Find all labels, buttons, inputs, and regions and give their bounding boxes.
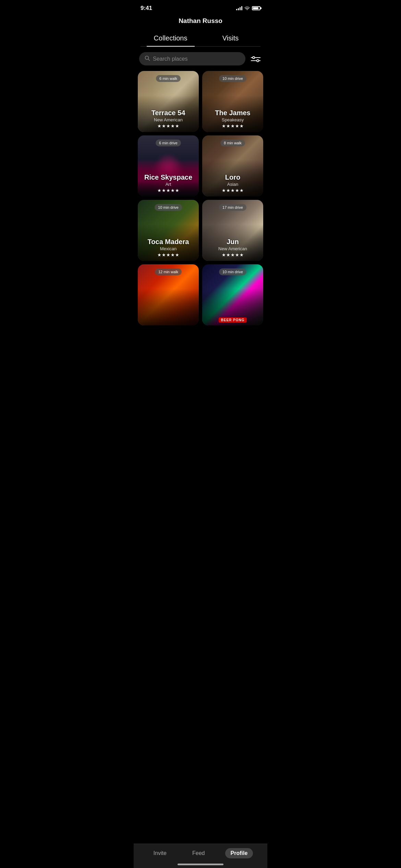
status-bar: 9:41 <box>134 0 267 14</box>
card-jun[interactable]: 17 min drive Jun New American ★★★★★ <box>202 200 263 261</box>
status-icons <box>236 6 260 11</box>
card-partial2[interactable]: 10 min drive BEER PONG <box>202 264 263 325</box>
card-distance-toca: 10 min drive <box>155 204 182 211</box>
wifi-icon <box>244 6 250 11</box>
search-placeholder: Search places <box>153 56 187 62</box>
status-time: 9:41 <box>141 5 152 12</box>
signal-icon <box>236 6 242 10</box>
card-distance-partial2: 10 min drive <box>219 268 246 275</box>
card-toca[interactable]: 10 min drive Toca Madera Mexican ★★★★★ <box>138 200 199 261</box>
card-stars-loro: ★★★★★ <box>205 188 260 193</box>
battery-icon <box>252 6 260 10</box>
card-stars-toca: ★★★★★ <box>141 252 196 257</box>
card-type-terrace54: New American <box>141 117 196 122</box>
svg-line-1 <box>148 59 150 61</box>
card-stars-terrace54: ★★★★★ <box>141 123 196 129</box>
card-distance-partial1: 12 min walk <box>155 268 182 275</box>
card-name-jun: Jun <box>205 238 260 245</box>
card-name-toca: Toca Madera <box>141 238 196 245</box>
card-type-loro: Asian <box>205 182 260 187</box>
card-loro[interactable]: 8 min walk Loro Asian ★★★★★ <box>202 135 263 196</box>
card-stars-rice: ★★★★★ <box>141 188 196 193</box>
card-terrace54[interactable]: 6 min walk Terrace 54 New American ★★★★★ <box>138 71 199 132</box>
tab-collections[interactable]: Collections <box>141 30 200 46</box>
tab-visits[interactable]: Visits <box>200 30 260 46</box>
card-name-rice: Rice Skyspace <box>141 173 196 181</box>
card-name-james: The James <box>205 109 260 117</box>
search-bar[interactable]: Search places <box>139 52 245 65</box>
search-icon <box>145 56 150 62</box>
filter-button[interactable] <box>250 53 262 65</box>
card-partial1[interactable]: 12 min walk <box>138 264 199 325</box>
card-distance-rice: 6 min drive <box>156 140 181 146</box>
user-name: Nathan Russo <box>141 17 260 25</box>
card-type-rice: Art <box>141 182 196 187</box>
header: Nathan Russo Collections Visits <box>134 14 267 47</box>
card-james[interactable]: 10 min drive The James Speakeasy ★★★★★ <box>202 71 263 132</box>
card-stars-james: ★★★★★ <box>205 123 260 129</box>
search-row: Search places <box>134 47 267 71</box>
card-stars-jun: ★★★★★ <box>205 252 260 257</box>
card-name-loro: Loro <box>205 173 260 181</box>
card-distance-loro: 8 min walk <box>220 140 245 146</box>
card-name-terrace54: Terrace 54 <box>141 109 196 117</box>
card-type-james: Speakeasy <box>205 117 260 122</box>
card-type-toca: Mexican <box>141 246 196 251</box>
card-distance-james: 10 min drive <box>219 75 246 82</box>
tab-bar: Collections Visits <box>141 30 260 47</box>
card-distance-terrace54: 6 min walk <box>156 75 181 82</box>
card-type-jun: New American <box>205 246 260 251</box>
card-rice[interactable]: 6 min drive Rice Skyspace Art ★★★★★ <box>138 135 199 196</box>
venue-grid: 6 min walk Terrace 54 New American ★★★★★… <box>134 71 267 331</box>
card-distance-jun: 17 min drive <box>219 204 246 211</box>
